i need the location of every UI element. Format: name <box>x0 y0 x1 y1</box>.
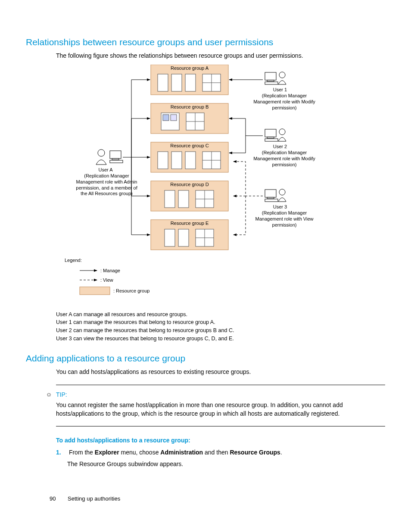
svg-rect-33 <box>165 229 175 246</box>
user-1-icon <box>265 72 286 84</box>
user-3-desc: (Replication Manager Management role wit… <box>252 210 317 228</box>
svg-rect-39 <box>110 151 121 159</box>
resource-group-a: Resource group A <box>151 65 228 95</box>
svg-rect-2 <box>158 74 168 91</box>
user-1-desc: (Replication Manager Management role wit… <box>252 93 317 111</box>
svg-rect-19 <box>171 152 182 169</box>
tip-icon: ☼ <box>46 390 52 398</box>
svg-rect-46 <box>265 129 276 137</box>
svg-text:Resource group C: Resource group C <box>170 143 209 148</box>
svg-rect-26 <box>165 190 175 208</box>
step-1-number: 1. <box>56 448 67 457</box>
user-a-lines <box>123 80 150 235</box>
svg-text:: View: : View <box>100 277 113 283</box>
svg-rect-40 <box>112 159 119 160</box>
tip-text: You cannot register the same host/applic… <box>56 401 385 418</box>
heading-relationships: Relationships between resource groups an… <box>26 37 385 47</box>
step-1: 1. From the Explorer menu, choose Admini… <box>56 448 385 457</box>
user-2-name: User 2 <box>273 144 287 149</box>
svg-text:Resource group D: Resource group D <box>170 182 209 187</box>
caption-line-1: User A can manage all resources and reso… <box>56 311 385 319</box>
svg-rect-42 <box>265 72 276 80</box>
svg-rect-59 <box>80 287 110 295</box>
tip-block: ☼ TIP: You cannot register the same host… <box>56 385 385 426</box>
svg-rect-12 <box>171 115 177 121</box>
svg-rect-18 <box>158 152 168 169</box>
svg-text:Legend:: Legend: <box>65 258 82 263</box>
user-2-icon <box>265 129 286 141</box>
legend: Legend: : Manage : View : Resource group <box>65 258 149 295</box>
user-2-lines <box>229 118 263 153</box>
step-1-text: From the Explorer menu, choose Administr… <box>69 449 282 456</box>
intro-text-2: You can add hosts/applications as resour… <box>56 368 385 376</box>
resource-group-d: Resource group D <box>151 181 228 211</box>
svg-text:Resource group A: Resource group A <box>171 65 209 71</box>
resource-group-b: Resource group B <box>151 103 228 134</box>
svg-rect-27 <box>178 190 189 208</box>
svg-text:: Resource group: : Resource group <box>113 288 149 293</box>
svg-rect-41 <box>110 160 123 163</box>
svg-rect-43 <box>267 80 274 81</box>
user-2-desc: (Replication Manager Management role wit… <box>252 150 317 168</box>
svg-rect-4 <box>185 74 196 91</box>
user-1-name: User 1 <box>273 87 287 92</box>
caption-line-2: User 1 can manage the resources that bel… <box>56 318 385 327</box>
svg-point-49 <box>279 129 285 135</box>
svg-point-53 <box>279 189 285 195</box>
svg-rect-44 <box>265 82 278 84</box>
svg-rect-47 <box>267 137 274 138</box>
svg-rect-11 <box>163 115 169 121</box>
svg-rect-48 <box>265 139 278 141</box>
user-a-desc: (Replication Manager Management role wit… <box>73 173 140 197</box>
caption-line-3: User 2 can manage the resources that bel… <box>56 327 385 335</box>
procedure-subhead: To add hosts/applications to a resource … <box>56 437 385 444</box>
user-a-name: User A <box>98 167 113 172</box>
svg-rect-34 <box>178 229 189 246</box>
diagram-captions: User A can manage all resources and reso… <box>56 311 385 343</box>
svg-text:Resource group E: Resource group E <box>171 221 209 226</box>
resource-group-c: Resource group C <box>151 142 228 172</box>
svg-rect-51 <box>267 197 274 199</box>
svg-rect-52 <box>265 199 278 202</box>
diagram-figure: Resource group A Resource group B Resour… <box>56 65 385 307</box>
user-a-icon <box>96 149 123 165</box>
caption-line-4: User 3 can view the resources that belon… <box>56 335 385 343</box>
user-3-name: User 3 <box>273 204 287 209</box>
svg-rect-20 <box>185 152 196 169</box>
svg-text:Resource group B: Resource group B <box>171 104 209 109</box>
svg-point-45 <box>279 72 285 78</box>
user-3-icon <box>265 189 286 202</box>
resource-group-e: Resource group E <box>151 220 228 250</box>
step-1-result: The Resource Groups subwindow appears. <box>67 460 385 467</box>
svg-rect-3 <box>171 74 182 91</box>
svg-text:: Manage: : Manage <box>100 268 120 273</box>
heading-adding-apps: Adding applications to a resource group <box>26 353 385 364</box>
svg-point-38 <box>98 149 105 156</box>
tip-label: TIP: <box>56 391 385 398</box>
intro-text-1: The following figure shows the relations… <box>56 52 385 60</box>
svg-rect-50 <box>265 190 276 197</box>
